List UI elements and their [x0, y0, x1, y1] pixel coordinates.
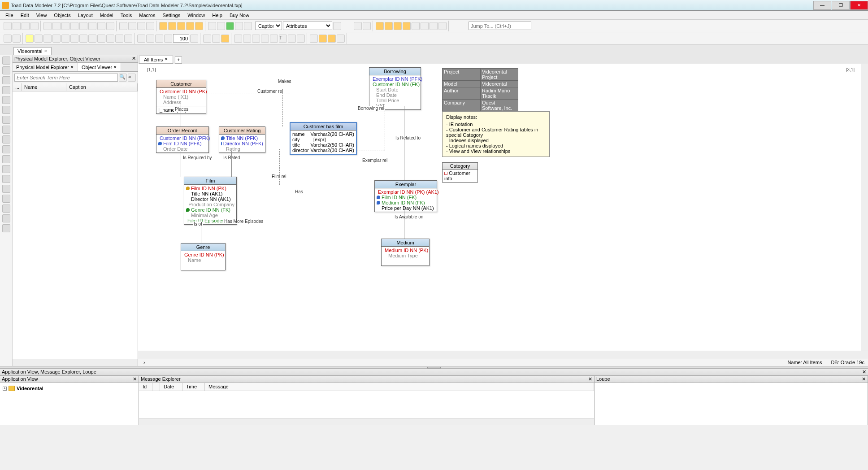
entity-customer-has-film[interactable]: Customer has film nameVarchar2(20 CHAR)c…: [290, 122, 357, 155]
col-message[interactable]: Message: [205, 383, 594, 391]
print-icon[interactable]: [119, 22, 127, 30]
menu-buynow[interactable]: Buy Now: [226, 12, 253, 19]
vt-icon[interactable]: [2, 135, 10, 144]
zoom-in-icon[interactable]: [137, 35, 145, 43]
tb-icon[interactable]: [252, 35, 260, 43]
close-button[interactable]: ✕: [850, 1, 868, 10]
menu-model[interactable]: Model: [96, 12, 117, 19]
zoom-fit-icon[interactable]: [155, 35, 163, 43]
minimize-button[interactable]: —: [813, 1, 831, 10]
vt-icon[interactable]: [2, 86, 10, 94]
tb-icon[interactable]: [310, 35, 318, 43]
tb-icon[interactable]: [177, 22, 185, 30]
tb-icon[interactable]: [146, 22, 154, 30]
tb-icon[interactable]: [124, 35, 132, 43]
tb-icon[interactable]: [128, 22, 136, 30]
tab-physical-model-explorer[interactable]: Physical Model Explorer✕: [13, 63, 78, 71]
tb-icon[interactable]: [79, 22, 87, 30]
tb-icon[interactable]: [412, 22, 420, 30]
tb-icon[interactable]: [297, 35, 305, 43]
vt-icon[interactable]: [2, 214, 10, 222]
menu-window[interactable]: Window: [184, 12, 208, 19]
menu-tools[interactable]: Tools: [117, 12, 136, 19]
zoom-100-icon[interactable]: [164, 35, 172, 43]
tb-icon[interactable]: [208, 22, 216, 30]
attributes-select[interactable]: Attributes: [283, 22, 332, 30]
splitter[interactable]: [0, 366, 868, 369]
user-icon[interactable]: [354, 22, 362, 30]
tb-icon[interactable]: [88, 35, 96, 43]
vscrollbar[interactable]: [861, 64, 868, 351]
tb-icon[interactable]: [115, 35, 123, 43]
collapse-icon[interactable]: «: [128, 74, 136, 82]
tb-icon[interactable]: [97, 22, 105, 30]
entity-borrowing[interactable]: Borrowing Exemplar ID NN (PFK)Customer I…: [369, 67, 421, 110]
menu-macros[interactable]: Macros: [135, 12, 159, 19]
tb-icon[interactable]: [430, 22, 438, 30]
tb-icon[interactable]: [70, 22, 78, 30]
vt-icon[interactable]: [2, 185, 10, 193]
entity-medium[interactable]: Medium Medium ID NN (PK)Medium Type: [381, 239, 430, 266]
vt-icon[interactable]: [2, 96, 10, 104]
vt-icon[interactable]: [2, 155, 10, 163]
tb-icon[interactable]: [106, 35, 114, 43]
circle-icon[interactable]: [270, 35, 278, 43]
tb-icon[interactable]: [137, 22, 145, 30]
tb-icon[interactable]: [385, 22, 393, 30]
undo-icon[interactable]: [4, 35, 12, 43]
users-icon[interactable]: [363, 22, 371, 30]
tb-icon[interactable]: [97, 35, 105, 43]
tb-icon[interactable]: [52, 22, 61, 30]
tb-icon[interactable]: [212, 35, 220, 43]
close-icon[interactable]: ✕: [70, 65, 74, 70]
canvas-hscrollbar[interactable]: [138, 351, 868, 358]
redo-icon[interactable]: [13, 35, 21, 43]
tb-icon[interactable]: [61, 35, 69, 43]
vt-icon[interactable]: [2, 76, 10, 84]
text-icon[interactable]: T: [279, 35, 287, 43]
run-icon[interactable]: [226, 22, 234, 30]
open-icon[interactable]: [13, 22, 21, 30]
tb-icon[interactable]: [319, 35, 327, 43]
vt-icon[interactable]: [2, 66, 10, 74]
tb-icon[interactable]: [438, 22, 447, 30]
tb-icon[interactable]: [159, 22, 167, 30]
zoom-input[interactable]: [173, 34, 189, 43]
col-time[interactable]: Time: [182, 383, 205, 391]
close-icon[interactable]: ✕: [165, 57, 168, 62]
vt-icon[interactable]: [2, 175, 10, 183]
close-icon[interactable]: ✕: [133, 376, 137, 382]
zoom-step-icon[interactable]: [190, 35, 198, 43]
col-sort[interactable]: [152, 383, 160, 391]
msgex-hscroll[interactable]: [139, 418, 594, 425]
entity-order-record[interactable]: Order Record Customer ID NN (PFK)Film ID…: [156, 126, 209, 153]
tb-icon[interactable]: [79, 35, 87, 43]
close-model-icon[interactable]: [30, 22, 39, 30]
entity-exemplar[interactable]: Exemplar Exemplar ID NN (PK) (AK1)Film I…: [374, 180, 437, 212]
col-date[interactable]: Date: [160, 383, 182, 391]
col-caption[interactable]: Caption: [66, 83, 138, 91]
doc-tab-videorental[interactable]: Videorental ✕: [13, 47, 52, 55]
entity-customer-rating[interactable]: Customer Rating Title NN (PFK)Director N…: [219, 126, 265, 153]
add-tab-button[interactable]: +: [175, 57, 182, 64]
pointer-icon[interactable]: [26, 35, 34, 43]
jumpto-input[interactable]: [469, 22, 531, 30]
tb-icon[interactable]: [186, 22, 194, 30]
tb-icon[interactable]: [403, 22, 411, 30]
tb-icon[interactable]: [61, 22, 69, 30]
vt-icon[interactable]: [2, 224, 10, 232]
maximize-button[interactable]: ❐: [832, 1, 850, 10]
tb-icon[interactable]: [328, 35, 336, 43]
tb-icon[interactable]: [70, 35, 78, 43]
vt-icon[interactable]: [2, 195, 10, 203]
tb-icon[interactable]: [243, 35, 251, 43]
search-icon[interactable]: 🔍: [119, 74, 127, 82]
tb-icon[interactable]: [106, 22, 114, 30]
vt-icon[interactable]: [2, 116, 10, 124]
tb-icon[interactable]: [244, 22, 252, 30]
close-icon[interactable]: ✕: [132, 56, 136, 61]
tb-icon[interactable]: [337, 35, 345, 43]
close-icon[interactable]: ✕: [588, 376, 592, 382]
new-icon[interactable]: [4, 22, 12, 30]
entity-genre[interactable]: Genre Genre ID NN (PK)Name: [181, 243, 226, 270]
